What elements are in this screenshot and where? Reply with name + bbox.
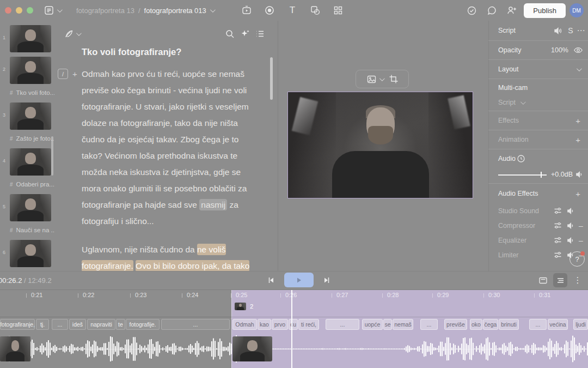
style-icon[interactable]: S	[564, 26, 577, 35]
video-frame[interactable]	[287, 92, 473, 198]
word-chip[interactable]: previše	[444, 319, 467, 330]
word-chip[interactable]: ...	[161, 319, 230, 330]
media-drawer-icon[interactable]	[238, 2, 255, 19]
script-paragraph-1[interactable]: Odmah kao prvo ću ti reći, uopće se nema…	[82, 66, 256, 230]
add-effect-icon[interactable]: +	[575, 116, 580, 125]
scene-label[interactable]: #Odaberi pra...	[10, 181, 54, 188]
speaker-icon[interactable]	[564, 221, 577, 230]
scene-thumbnail[interactable]: 6	[10, 240, 54, 267]
skip-back-icon[interactable]	[265, 274, 277, 286]
compact-timeline-icon[interactable]	[536, 273, 550, 287]
search-icon[interactable]	[222, 26, 237, 41]
scene-label[interactable]: #Zašto je foto...	[10, 135, 54, 142]
word-chip[interactable]: ...	[420, 319, 438, 330]
tune-icon[interactable]	[551, 221, 564, 230]
ai-sparkle-icon[interactable]	[237, 26, 253, 41]
add-block-button[interactable]: +	[72, 69, 77, 79]
elements-grid-icon[interactable]	[330, 2, 346, 19]
help-button[interactable]: ?	[569, 251, 585, 267]
speaker-icon[interactable]	[564, 207, 577, 215]
scene-thumbnail[interactable]: 1	[10, 25, 54, 52]
tune-icon[interactable]	[551, 236, 564, 245]
word-chip[interactable]: napraviti	[87, 319, 115, 330]
word-chip[interactable]: ...	[529, 319, 547, 330]
skip-forward-icon[interactable]	[321, 274, 333, 286]
active-word[interactable]: nasmij	[199, 199, 227, 210]
word-chip[interactable]: većina	[548, 319, 568, 330]
word-chip[interactable]: nemaš	[393, 319, 413, 330]
word-chip[interactable]: se	[383, 319, 392, 330]
opacity-value[interactable]: 100%	[551, 46, 568, 54]
close-window-button[interactable]	[5, 7, 11, 14]
script-timeline-view-icon[interactable]	[553, 273, 567, 287]
multicam-chevron-icon[interactable]	[520, 99, 526, 105]
waveform-track[interactable]	[0, 333, 588, 368]
minimize-window-button[interactable]	[16, 7, 22, 14]
speaker-icon[interactable]	[574, 170, 585, 179]
script-text[interactable]: Odmah kao prvo ću ti reći, uopće se nema…	[82, 66, 256, 271]
word-chip[interactable]: tj.	[36, 319, 49, 330]
multicam-source-dropdown[interactable]: Script	[498, 99, 585, 106]
timeline-ruler[interactable]: 0:210:220:230:240:250:260:270:280:290:30…	[0, 292, 588, 300]
word-chip[interactable]: ljudi	[573, 319, 588, 330]
image-fill-chevron-icon[interactable]	[379, 76, 384, 81]
scene-thumbnail[interactable]: 3	[10, 102, 54, 130]
publish-button[interactable]: Publish	[524, 3, 566, 18]
project-menu-chevron-icon[interactable]	[57, 7, 63, 13]
word-chip[interactable]: fotografiranje,	[0, 319, 35, 330]
audio-history-icon[interactable]	[516, 154, 526, 163]
breadcrumb-parent[interactable]: fotografportreta 13	[76, 7, 134, 15]
breadcrumb-current[interactable]: fotografportreta 013	[144, 7, 206, 15]
remove-effect-icon[interactable]: –	[577, 221, 585, 230]
clip-thumbnail[interactable]	[232, 336, 272, 361]
word-chip[interactable]: Odmah	[232, 319, 257, 330]
audio-effect-row[interactable]: Compressor–	[488, 218, 588, 233]
add-audio-effect-icon[interactable]: +	[575, 189, 580, 198]
write-mode-chevron-icon[interactable]	[76, 31, 82, 36]
script-scrollbar[interactable]	[270, 57, 273, 100]
word-chip[interactable]: ti reći,	[298, 319, 319, 330]
check-circle-icon[interactable]	[463, 2, 480, 19]
crop-icon[interactable]	[389, 74, 399, 84]
shapes-icon[interactable]	[307, 2, 323, 19]
script-track-label[interactable]: Script	[498, 27, 551, 34]
scene-label[interactable]: #Tko voli foto...	[10, 89, 54, 96]
add-animation-icon[interactable]: +	[575, 135, 580, 144]
zoom-window-button[interactable]	[27, 7, 33, 14]
word-chip[interactable]: ideš	[69, 319, 86, 330]
word-chip[interactable]: brinuti	[499, 319, 519, 330]
invite-person-icon[interactable]	[504, 2, 520, 19]
breadcrumb-chevron-icon[interactable]	[210, 7, 216, 13]
word-chip[interactable]: ću	[289, 319, 298, 330]
comments-icon[interactable]	[483, 2, 500, 19]
eye-icon[interactable]	[572, 45, 585, 55]
audio-effect-row[interactable]: Studio Sound	[488, 203, 588, 218]
word-chip[interactable]: oko	[470, 319, 482, 330]
avatar[interactable]: DM	[569, 3, 584, 17]
play-button[interactable]	[284, 273, 314, 287]
timeline-options-kebab-icon[interactable]: ⋮	[571, 273, 585, 287]
gain-slider[interactable]	[498, 171, 547, 178]
scene-thumbnail[interactable]: 5	[10, 194, 54, 221]
project-menu-icon[interactable]	[41, 2, 57, 19]
tune-icon[interactable]	[551, 206, 564, 215]
write-quill-icon[interactable]	[61, 26, 76, 41]
slash-command-button[interactable]: /	[58, 69, 68, 79]
scene-marker-thumbnail[interactable]	[235, 303, 246, 310]
sidebar-scrollbar[interactable]	[51, 136, 53, 176]
tune-icon[interactable]	[551, 250, 564, 260]
speaker-icon[interactable]	[564, 236, 577, 245]
word-chip[interactable]: fotografije.	[126, 319, 160, 330]
script-paragraph-2[interactable]: Uglavnom, nije ništa čudno da ne voliš f…	[82, 242, 256, 271]
more-options-icon[interactable]: ⋯	[577, 26, 585, 35]
script-heading[interactable]: Tko voli fotografiranje?	[82, 47, 181, 57]
word-chip[interactable]: kao	[258, 319, 271, 330]
audio-effect-row[interactable]: Equalizer–	[488, 233, 588, 248]
text-tool-icon[interactable]: T	[284, 2, 301, 19]
scene-thumbnail[interactable]: 2	[10, 57, 54, 84]
word-chip[interactable]: ...	[52, 319, 68, 330]
inspector-row-layout[interactable]: Layout	[488, 60, 588, 79]
word-chip[interactable]: ...	[326, 319, 359, 330]
word-chip[interactable]: uopće	[362, 319, 383, 330]
outline-list-icon[interactable]	[253, 26, 268, 41]
